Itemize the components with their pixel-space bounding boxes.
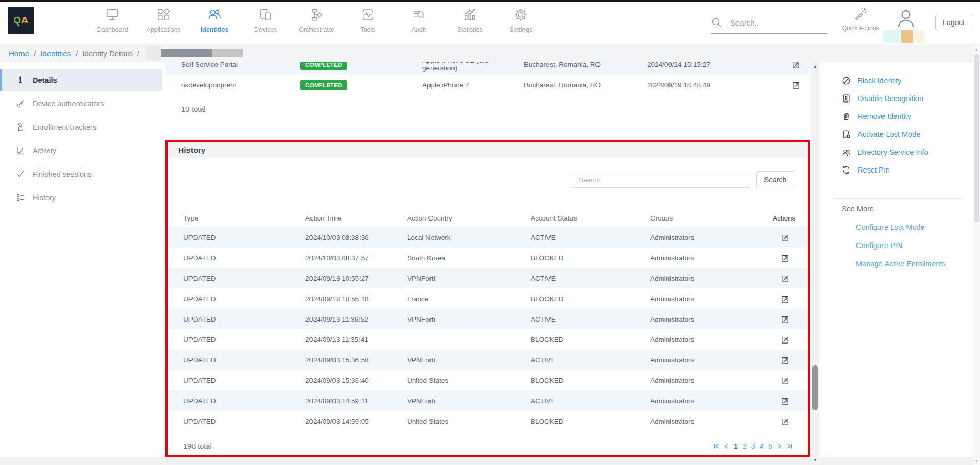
nav-item-label: Identities (201, 26, 229, 33)
next-page-button[interactable] (777, 443, 782, 449)
history-header: History (168, 142, 808, 158)
nav-item-applications[interactable]: Applications (142, 7, 185, 33)
page-number-4[interactable]: 4 (759, 442, 763, 450)
user-avatar[interactable] (895, 8, 917, 28)
page-number-1[interactable]: 1 (734, 442, 738, 450)
table-row: Self Service Portal COMPLETED Apple iPho… (165, 62, 810, 75)
nav-item-label: Settings (509, 26, 532, 33)
sessions-table: Self Service Portal COMPLETED Apple iPho… (165, 62, 810, 95)
sidebar-item-label: Finished sessions (33, 170, 91, 178)
nav-item-tools[interactable]: Tools (346, 7, 389, 33)
sidebar-item-finished-sessions[interactable]: Finished sessions (0, 163, 162, 185)
scrollbar-thumb[interactable] (812, 365, 818, 410)
cell-type: UPDATED (183, 295, 305, 303)
cell-action-country: VPNForti (407, 315, 531, 323)
block-identity-action[interactable]: Block Identity (824, 71, 973, 89)
open-history-entry-button[interactable] (781, 274, 790, 283)
first-page-button[interactable] (713, 443, 719, 449)
activity-chart-icon (16, 146, 25, 155)
open-session-button[interactable] (792, 81, 800, 89)
last-page-button[interactable] (787, 443, 793, 449)
scrollbar-thumb[interactable] (974, 54, 979, 222)
main-content-scrollbar[interactable]: ▲ ▼ (811, 62, 819, 465)
previous-page-button[interactable] (724, 443, 729, 449)
applications-icon (156, 7, 171, 23)
open-history-entry-button[interactable] (781, 233, 790, 242)
open-history-entry-button[interactable] (781, 417, 790, 426)
sidebar-item-enrollment-trackers[interactable]: Enrollment trackers (0, 116, 162, 138)
nav-item-statistics[interactable]: Statistics (448, 7, 491, 33)
open-history-entry-button[interactable] (781, 376, 790, 385)
lost-mode-icon (842, 130, 851, 139)
activate-lost-mode-action[interactable]: Activate Lost Mode (824, 125, 973, 143)
open-history-entry-button[interactable] (781, 315, 790, 324)
nav-item-devices[interactable]: Devices (244, 7, 287, 33)
sidebar-item-device-authenticators[interactable]: Device authenticators (0, 93, 162, 114)
scroll-up-arrow-icon[interactable]: ▲ (973, 47, 980, 51)
orchestrator-icon (309, 7, 324, 23)
action-label: Remove Identity (857, 112, 911, 120)
sidebar-item-history[interactable]: History (0, 187, 162, 208)
top-navigation-bar: QA Dashboard Applications Identities Dev… (0, 0, 980, 44)
action-label: Activate Lost Mode (857, 130, 920, 138)
open-history-entry-button[interactable] (781, 356, 790, 364)
scroll-down-arrow-icon[interactable]: ▼ (811, 458, 819, 462)
breadcrumb-identities-link[interactable]: Identities (40, 49, 71, 58)
history-search-button[interactable]: Search (756, 171, 794, 188)
history-search-input[interactable] (572, 172, 750, 188)
page-scrollbar[interactable]: ▲ ▼ (973, 45, 980, 465)
open-session-button[interactable] (792, 62, 800, 69)
cell-type: UPDATED (183, 356, 305, 364)
open-history-entry-button[interactable] (781, 397, 790, 405)
quick-actions-button[interactable]: Quick Actions (839, 7, 882, 32)
configure-lost-mode-link[interactable]: Configure Lost Mode (856, 223, 973, 231)
scroll-up-arrow-icon[interactable]: ▲ (811, 65, 819, 69)
action-label: Block Identity (857, 77, 901, 85)
open-history-entry-button[interactable] (781, 295, 790, 303)
sidebar-item-label: Device authenticators (33, 100, 104, 108)
open-history-entry-button[interactable] (781, 335, 790, 344)
nav-item-dashboard[interactable]: Dashboard (91, 7, 134, 33)
nav-item-audit[interactable]: Audit (397, 7, 440, 33)
global-search (711, 17, 827, 34)
cell-action-time: 2024/09/18 10:55:18 (305, 295, 407, 303)
sidebar-item-activity[interactable]: Activity (0, 140, 162, 161)
cell-groups: Administrators (650, 275, 773, 282)
magic-wand-icon (853, 7, 868, 21)
sidebar-item-details[interactable]: i Details (0, 69, 162, 91)
cell-account-status: ACTIVE (531, 397, 650, 405)
directory-service-info-action[interactable]: Directory Service Info (824, 143, 973, 161)
history-total-count: 198 total (183, 442, 212, 450)
app-logo[interactable]: QA (8, 7, 34, 34)
remove-identity-action[interactable]: Remove Identity (824, 107, 973, 125)
cell-type: UPDATED (183, 336, 305, 344)
block-icon (842, 76, 851, 85)
nav-item-identities[interactable]: Identities (193, 7, 236, 33)
cell-session-status: COMPLETED (300, 81, 422, 89)
nav-item-settings[interactable]: Settings (499, 7, 542, 33)
disable-recognition-action[interactable]: Disable Recognition (824, 89, 973, 107)
table-row: UPDATED 2024/10/03 08:37:57 South Korea … (168, 248, 808, 268)
identity-sections-sidebar: i Details Device authenticators Enrollme… (0, 62, 162, 457)
global-search-input[interactable] (730, 18, 817, 27)
page-number-2[interactable]: 2 (743, 442, 747, 450)
cell-account-status: BLOCKED (531, 254, 650, 262)
checkmark-icon (16, 169, 25, 179)
cell-account-status: BLOCKED (531, 377, 650, 384)
nav-item-orchestrator[interactable]: Orchestrator (295, 7, 338, 33)
table-row: UPDATED 2024/09/03 14:59:05 United State… (168, 411, 808, 431)
table-row: UPDATED 2024/09/03 15:36:58 VPNForti ACT… (168, 350, 808, 370)
manage-active-enrollments-link[interactable]: Manage Active Enrollments (856, 260, 973, 268)
logout-button[interactable]: Logout (935, 15, 972, 30)
reset-pin-action[interactable]: Reset Pin (824, 161, 973, 179)
configure-pin-link[interactable]: Configure PIN (856, 241, 973, 250)
page-number-3[interactable]: 3 (751, 442, 755, 450)
open-history-entry-button[interactable] (781, 254, 790, 262)
cell-groups: Administrators (650, 254, 773, 262)
scroll-down-arrow-icon[interactable]: ▼ (973, 459, 980, 463)
page-number-5[interactable]: 5 (768, 442, 772, 450)
breadcrumb-home-link[interactable]: Home (9, 49, 29, 58)
refresh-icon (842, 165, 851, 175)
cell-action-time: 2024/09/03 15:36:40 (305, 377, 407, 384)
cell-type: UPDATED (183, 418, 305, 425)
